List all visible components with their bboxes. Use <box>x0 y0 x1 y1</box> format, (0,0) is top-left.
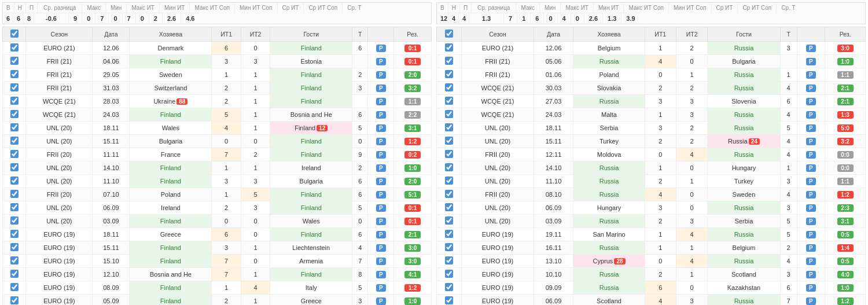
row-checkbox[interactable] <box>437 281 462 295</box>
away-team-cell: Russia <box>708 255 780 268</box>
stat-header-max-left: Макс <box>82 3 106 13</box>
row-checkbox[interactable] <box>437 148 462 161</box>
row-checkbox[interactable] <box>437 42 462 55</box>
row-checkbox[interactable] <box>437 68 462 82</box>
table-row: FRII (20)11.11France72Finland9P0:2 <box>3 148 432 161</box>
date-cell: 05.09 <box>93 295 130 306</box>
away-team-cell: Turkey <box>708 175 780 188</box>
t-cell: 3 <box>780 201 797 215</box>
row-checkbox[interactable] <box>437 241 462 255</box>
row-checkbox[interactable] <box>3 201 26 215</box>
home-team-cell: Denmark <box>130 42 212 55</box>
away-team-cell: Estonia <box>270 55 352 68</box>
row-checkbox[interactable] <box>437 161 462 175</box>
away-team-cell: Bulgaria <box>708 55 780 68</box>
row-checkbox[interactable] <box>3 42 26 55</box>
stat-val-p-left: 8 <box>24 13 34 24</box>
row-checkbox[interactable] <box>3 295 26 306</box>
result-cell: 0:0 <box>825 161 866 175</box>
col-it1-right: ИТ1 <box>645 27 676 42</box>
row-checkbox[interactable] <box>3 82 26 95</box>
select-all-right[interactable] <box>445 30 453 38</box>
result-cell: 2:1 <box>394 228 432 241</box>
row-checkbox[interactable] <box>3 95 26 108</box>
row-checkbox[interactable] <box>3 215 26 228</box>
it1-cell: 1 <box>212 161 241 175</box>
row-checkbox[interactable] <box>437 295 462 306</box>
row-checkbox[interactable] <box>437 135 462 148</box>
row-checkbox[interactable] <box>3 55 26 68</box>
season-cell: WCQE (21) <box>26 95 93 108</box>
t-cell <box>352 95 368 108</box>
row-checkbox[interactable] <box>437 201 462 215</box>
home-team-cell: Russia <box>573 95 645 108</box>
row-checkbox[interactable] <box>437 82 462 95</box>
row-checkbox[interactable] <box>3 188 26 201</box>
table-row: EURO (21)12.06Belgium12Russia3P3:0 <box>437 42 866 55</box>
row-checkbox[interactable] <box>3 148 26 161</box>
t-cell: 4 <box>780 255 797 268</box>
p-badge-cell: P <box>368 122 394 135</box>
row-checkbox[interactable] <box>437 188 462 201</box>
col-res-left: Рез. <box>394 27 432 42</box>
left-section: В Н П Ср. разница Макс Мин Макс ИТ Мин И… <box>2 2 432 305</box>
season-cell: FRII (20) <box>26 148 93 161</box>
p-badge-cell: P <box>368 55 394 68</box>
row-checkbox[interactable] <box>437 268 462 281</box>
it2-cell: 1 <box>241 95 270 108</box>
row-checkbox[interactable] <box>437 255 462 268</box>
row-checkbox[interactable] <box>3 108 26 122</box>
main-container: В Н П Ср. разница Макс Мин Макс ИТ Мин И… <box>0 0 868 305</box>
row-checkbox[interactable] <box>3 228 26 241</box>
t-cell: 2 <box>352 161 368 175</box>
it1-cell: 2 <box>645 215 676 228</box>
home-team-cell: France <box>130 148 212 161</box>
date-cell: 07.10 <box>93 188 130 201</box>
away-team-cell: Russia <box>708 148 780 161</box>
table-row: EURO (19)06.09Scotland43Russia7P1:2 <box>437 295 866 306</box>
row-checkbox[interactable] <box>437 215 462 228</box>
row-checkbox[interactable] <box>437 55 462 68</box>
row-checkbox[interactable] <box>3 175 26 188</box>
result-cell: 3:1 <box>825 215 866 228</box>
row-checkbox[interactable] <box>437 95 462 108</box>
stat-val-sredif-right: 1.3 <box>469 13 504 24</box>
stat-val-srit-left: 2 <box>149 13 163 24</box>
date-cell: 09.09 <box>534 281 573 295</box>
date-cell: 06.09 <box>534 201 573 215</box>
it1-cell: 4 <box>212 122 241 135</box>
row-checkbox[interactable] <box>3 122 26 135</box>
row-checkbox[interactable] <box>3 161 26 175</box>
row-checkbox[interactable] <box>437 122 462 135</box>
stat-val-maxit-right: 6 <box>531 13 544 24</box>
t-cell: 1 <box>780 68 797 82</box>
t-cell: 9 <box>352 148 368 161</box>
season-cell: EURO (19) <box>26 255 93 268</box>
row-checkbox[interactable] <box>3 135 26 148</box>
row-checkbox[interactable] <box>437 108 462 122</box>
date-cell: 08.09 <box>93 281 130 295</box>
row-checkbox[interactable] <box>437 175 462 188</box>
result-cell: 0:5 <box>825 255 866 268</box>
row-checkbox[interactable] <box>3 281 26 295</box>
table-row: FRII (21)31.03Switzerland21Finland3P3:2 <box>3 82 432 95</box>
it2-cell: 4 <box>676 255 707 268</box>
row-checkbox[interactable] <box>3 268 26 281</box>
it1-cell: 3 <box>645 122 676 135</box>
home-team-cell: Finland <box>130 108 212 122</box>
it1-cell: 0 <box>645 148 676 161</box>
date-cell: 12.06 <box>93 42 130 55</box>
row-checkbox[interactable] <box>3 241 26 255</box>
date-cell: 28.03 <box>93 95 130 108</box>
t-cell: 5 <box>780 228 797 241</box>
row-checkbox[interactable] <box>3 255 26 268</box>
select-all-left[interactable] <box>10 30 19 38</box>
result-cell: 1:0 <box>394 161 432 175</box>
row-checkbox[interactable] <box>3 68 26 82</box>
p-badge-cell: P <box>797 295 825 306</box>
result-cell: 3:0 <box>825 42 866 55</box>
table-row: EURO (19)09.09Russia60Kazakhstan6P1:0 <box>437 281 866 295</box>
row-checkbox[interactable] <box>437 228 462 241</box>
season-cell: FRII (20) <box>462 188 534 201</box>
date-cell: 14.10 <box>93 161 130 175</box>
